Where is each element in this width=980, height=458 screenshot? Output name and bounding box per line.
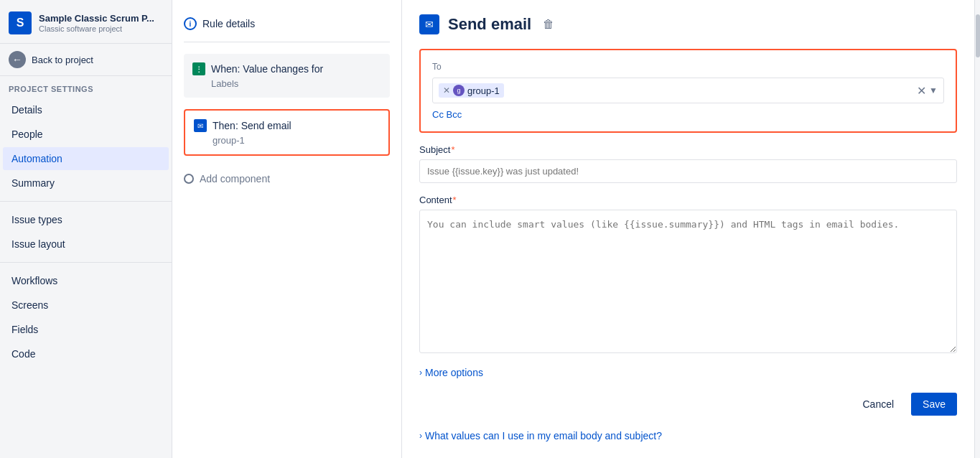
sidebar-divider-1 (0, 201, 172, 202)
trigger-sub: Labels (192, 78, 381, 89)
clear-icon[interactable]: ✕ (917, 84, 926, 98)
faq-link[interactable]: › What values can I use in my email body… (419, 430, 957, 441)
sidebar-project-name: Sample Classic Scrum P... (39, 13, 154, 25)
to-label: To (432, 62, 944, 72)
subject-label: Subject (419, 144, 957, 155)
cancel-button[interactable]: Cancel (852, 393, 904, 416)
trigger-block: ⋮ When: Value changes for Labels (184, 54, 390, 98)
trigger-title: When: Value changes for (211, 63, 323, 75)
sidebar-item-people[interactable]: People (3, 123, 169, 146)
back-icon: ← (9, 51, 26, 68)
sidebar-item-code[interactable]: Code (3, 342, 169, 365)
delete-icon[interactable]: 🗑 (543, 18, 554, 31)
sidebar-item-summary[interactable]: Summary (3, 172, 169, 195)
info-icon: i (184, 17, 197, 30)
main-content: ✉ Send email 🗑 To ✕ g group-1 ✕ ▼ Cc Bcc… (402, 0, 974, 458)
sidebar-project-info: Sample Classic Scrum P... Classic softwa… (39, 13, 154, 34)
content-label: Content (419, 195, 957, 205)
trigger-icon: ⋮ (192, 62, 205, 75)
then-header: ✉ Then: Send email (194, 119, 380, 132)
then-email-icon: ✉ (194, 119, 207, 132)
sidebar-item-details[interactable]: Details (3, 98, 169, 121)
more-options-link[interactable]: › More options (419, 367, 957, 378)
then-title: Then: Send email (213, 120, 291, 131)
sidebar-item-workflows[interactable]: Workflows (3, 269, 169, 292)
add-component-icon (184, 174, 194, 184)
sidebar-divider-2 (0, 262, 172, 263)
sidebar-item-issue-layout[interactable]: Issue layout (3, 233, 169, 256)
sidebar-logo: S (9, 11, 32, 34)
subject-input[interactable] (419, 159, 957, 183)
content-group: Content (419, 195, 957, 355)
to-form-section: To ✕ g group-1 ✕ ▼ Cc Bcc (419, 49, 957, 133)
sidebar-header: S Sample Classic Scrum P... Classic soft… (0, 0, 172, 44)
more-options-label: More options (425, 367, 483, 378)
save-button[interactable]: Save (911, 393, 957, 416)
chevron-right-icon: › (419, 368, 422, 378)
vertical-scrollbar[interactable] (974, 0, 980, 458)
dropdown-icon[interactable]: ▼ (929, 85, 938, 95)
rule-details-section: i Rule details (184, 11, 390, 42)
sidebar: S Sample Classic Scrum P... Classic soft… (0, 0, 172, 458)
send-email-header: ✉ Send email 🗑 (419, 14, 957, 34)
tag-close-icon[interactable]: ✕ (443, 86, 450, 95)
tag-avatar: g (453, 85, 465, 96)
send-email-icon: ✉ (419, 14, 439, 34)
page-title: Send email (448, 15, 531, 34)
faq-label: What values can I use in my email body a… (425, 430, 662, 441)
faq-chevron-icon: › (419, 431, 422, 441)
recipient-tag: ✕ g group-1 (439, 83, 504, 98)
add-component-button[interactable]: Add component (184, 167, 390, 190)
sidebar-item-automation[interactable]: Automation (3, 147, 169, 170)
sidebar-project-type: Classic software project (39, 24, 154, 33)
back-to-project-button[interactable]: ← Back to project (0, 44, 172, 76)
tag-label: group-1 (467, 85, 500, 96)
sidebar-item-issue-types[interactable]: Issue types (3, 208, 169, 231)
subject-group: Subject (419, 144, 957, 183)
add-component-label: Add component (200, 173, 270, 184)
sidebar-section-title: Project settings (0, 76, 172, 98)
actions-row: Cancel Save (419, 393, 957, 416)
sidebar-item-fields[interactable]: Fields (3, 318, 169, 341)
scrollbar-thumb (976, 14, 980, 57)
rule-details-label: Rule details (202, 18, 255, 29)
back-label: Back to project (32, 55, 93, 65)
content-textarea[interactable] (419, 210, 957, 353)
middle-panel: i Rule details ⋮ When: Value changes for… (172, 0, 402, 458)
then-block[interactable]: ✉ Then: Send email group-1 (184, 109, 390, 156)
cc-bcc-link[interactable]: Cc Bcc (432, 109, 462, 120)
trigger-header: ⋮ When: Value changes for (192, 62, 381, 75)
then-sub: group-1 (194, 135, 380, 146)
to-input-field[interactable]: ✕ g group-1 ✕ ▼ (432, 78, 944, 103)
sidebar-item-screens[interactable]: Screens (3, 294, 169, 317)
